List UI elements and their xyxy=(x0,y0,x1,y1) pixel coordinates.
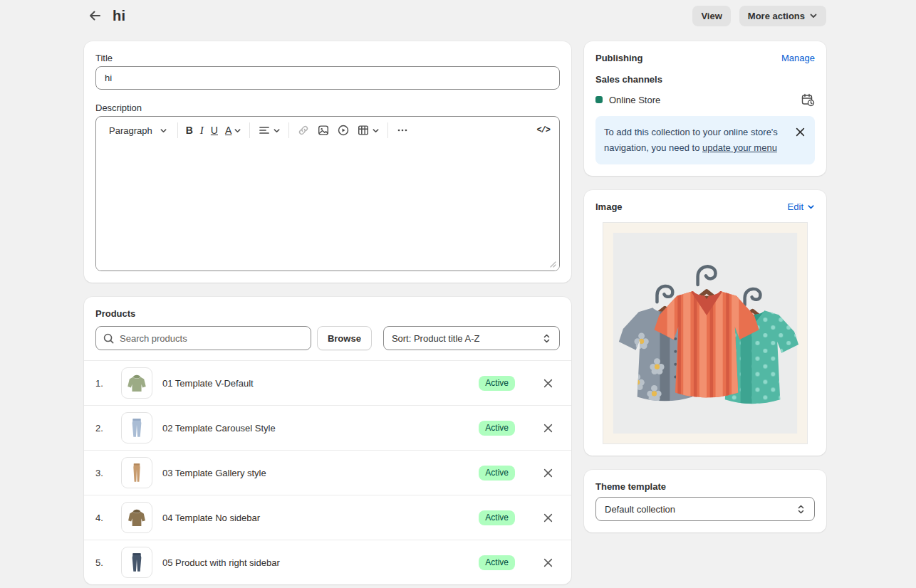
close-icon xyxy=(796,127,805,137)
product-list: 1. 01 Template V-Default Active xyxy=(84,360,571,584)
remove-product-button[interactable] xyxy=(541,376,556,391)
code-icon: </> xyxy=(536,125,550,135)
description-textarea[interactable] xyxy=(96,144,559,271)
browse-button[interactable]: Browse xyxy=(317,326,372,350)
product-search-input[interactable] xyxy=(120,333,304,344)
status-badge: Active xyxy=(479,421,515,436)
more-actions-button[interactable]: More actions xyxy=(739,6,826,26)
banner-text: To add this collection to your online st… xyxy=(604,125,790,156)
description-editor: Paragraph B I U A xyxy=(95,116,560,271)
horizontal-dots-icon xyxy=(396,124,409,137)
green-hoodie-icon xyxy=(121,367,152,399)
toolbar-divider xyxy=(387,122,388,138)
image-card: Image Edit xyxy=(584,190,826,456)
toolbar-divider xyxy=(288,122,289,138)
light-jeans-icon xyxy=(121,412,152,443)
close-icon xyxy=(543,513,553,523)
navigation-info-banner: To add this collection to your online st… xyxy=(595,116,815,164)
remove-product-button[interactable] xyxy=(541,421,556,436)
product-row: 1. 01 Template V-Default Active xyxy=(84,360,571,405)
collection-image[interactable] xyxy=(603,222,808,444)
chevron-down-icon xyxy=(160,127,167,135)
row-index: 4. xyxy=(95,513,113,523)
title-description-card: Title Description Paragraph B I U xyxy=(84,41,571,283)
insert-image-button[interactable] xyxy=(313,120,333,140)
row-index: 5. xyxy=(95,557,113,568)
product-title[interactable]: 01 Template V-Default xyxy=(162,378,479,389)
publishing-heading: Publishing xyxy=(595,53,642,63)
product-title[interactable]: 02 Template Carousel Style xyxy=(162,423,479,434)
close-icon xyxy=(543,379,553,388)
remove-product-button[interactable] xyxy=(541,466,556,481)
paragraph-style-dropdown[interactable]: Paragraph xyxy=(103,122,173,140)
manage-publishing-link[interactable]: Manage xyxy=(781,53,815,63)
view-button[interactable]: View xyxy=(692,6,730,26)
updown-chevron-icon xyxy=(796,504,806,515)
video-play-icon xyxy=(337,124,350,137)
toolbar-divider xyxy=(177,122,178,138)
product-title[interactable]: 05 Product with right sidebar xyxy=(162,557,479,568)
updown-chevron-icon xyxy=(542,333,551,344)
toolbar-divider xyxy=(249,122,250,138)
align-left-icon xyxy=(258,124,271,137)
alignment-button[interactable] xyxy=(254,120,284,140)
table-icon xyxy=(357,124,370,137)
close-icon xyxy=(543,468,553,478)
image-heading: Image xyxy=(595,201,623,212)
update-menu-link[interactable]: update your menu xyxy=(702,142,777,153)
status-badge: Active xyxy=(479,510,515,525)
chevron-down-icon xyxy=(807,203,815,211)
arrow-left-icon xyxy=(87,8,103,23)
back-button[interactable] xyxy=(84,5,105,26)
image-icon xyxy=(317,124,330,137)
product-row: 2. 02 Template Carousel Style Active xyxy=(84,405,571,450)
row-index: 1. xyxy=(95,378,113,389)
link-icon xyxy=(297,124,310,137)
resize-grip-icon[interactable] xyxy=(550,261,556,268)
product-row: 4. 04 Template No sidebar Active xyxy=(84,495,571,540)
bold-button[interactable]: B xyxy=(182,121,197,140)
title-label: Title xyxy=(95,53,560,63)
theme-template-select[interactable]: Default collection xyxy=(595,497,815,521)
close-icon xyxy=(543,558,553,567)
link-button[interactable] xyxy=(293,120,313,140)
title-input[interactable] xyxy=(95,66,560,90)
theme-template-label: Theme template xyxy=(595,481,815,492)
page-title: hi xyxy=(113,8,125,24)
row-index: 2. xyxy=(95,423,113,434)
status-badge: Active xyxy=(479,466,515,481)
insert-table-button[interactable] xyxy=(353,120,383,140)
edit-image-link[interactable]: Edit xyxy=(788,201,815,212)
product-row: 5. 05 Product with right sidebar Active xyxy=(84,540,571,584)
sales-channel-row: Online Store xyxy=(595,93,815,107)
remove-product-button[interactable] xyxy=(541,555,556,570)
banner-close-button[interactable] xyxy=(794,126,806,138)
chevron-down-icon xyxy=(372,127,380,135)
product-search-box[interactable] xyxy=(95,326,311,350)
remove-product-button[interactable] xyxy=(541,510,556,525)
editor-toolbar: Paragraph B I U A xyxy=(96,117,559,144)
row-index: 3. xyxy=(95,468,113,478)
chevron-down-icon xyxy=(234,127,241,135)
description-label: Description xyxy=(95,103,560,113)
schedule-calendar-icon[interactable] xyxy=(801,93,815,107)
more-formatting-button[interactable] xyxy=(392,120,412,140)
product-title[interactable]: 03 Template Gallery style xyxy=(162,468,479,478)
channel-name: Online Store xyxy=(609,95,660,105)
sales-channels-heading: Sales channels xyxy=(595,74,815,85)
publishing-card: Publishing Manage Sales channels Online … xyxy=(584,41,826,176)
topbar-actions: View More actions xyxy=(692,6,826,26)
close-icon xyxy=(543,424,553,433)
show-html-button[interactable]: </> xyxy=(533,122,553,139)
theme-template-card: Theme template Default collection xyxy=(584,470,826,532)
theme-template-value: Default collection xyxy=(605,504,675,515)
insert-video-button[interactable] xyxy=(333,120,353,140)
brown-hoodie-icon xyxy=(121,502,152,533)
text-color-button[interactable]: A xyxy=(222,121,245,140)
tan-pants-icon xyxy=(121,457,152,488)
sort-select[interactable]: Sort: Product title A-Z xyxy=(383,326,560,350)
underline-button[interactable]: U xyxy=(207,121,222,140)
product-title[interactable]: 04 Template No sidebar xyxy=(162,513,479,523)
italic-button[interactable]: I xyxy=(197,121,207,140)
products-heading: Products xyxy=(95,308,560,319)
